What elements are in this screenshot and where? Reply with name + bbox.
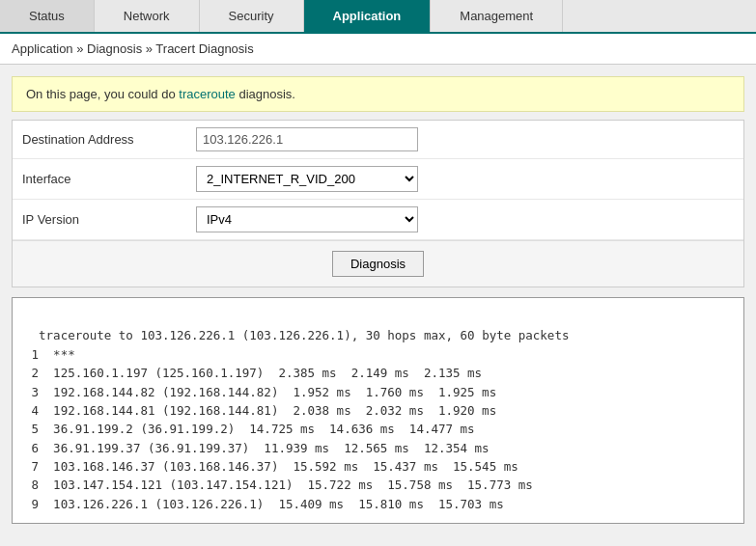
output-text: traceroute to 103.126.226.1 (103.126.226… xyxy=(24,328,569,510)
tab-security[interactable]: Security xyxy=(200,0,304,32)
diagnosis-button[interactable]: Diagnosis xyxy=(332,251,424,277)
output-box: traceroute to 103.126.226.1 (103.126.226… xyxy=(12,297,744,524)
ip-version-label: IP Version xyxy=(22,212,196,227)
top-nav: Status Network Security Application Mana… xyxy=(0,0,756,34)
tab-application[interactable]: Application xyxy=(304,0,432,32)
breadcrumb: Application » Diagnosis » Tracert Diagno… xyxy=(0,34,756,65)
form-area: Destination Address Interface 2_INTERNET… xyxy=(12,120,744,287)
tab-management[interactable]: Management xyxy=(431,0,563,32)
interface-label: Interface xyxy=(22,172,196,186)
traceroute-link[interactable]: traceroute xyxy=(179,87,236,101)
tab-status[interactable]: Status xyxy=(0,0,95,32)
info-text: On this page, you could do traceroute di… xyxy=(26,87,295,101)
breadcrumb-text: Application » Diagnosis » Tracert Diagno… xyxy=(12,41,254,56)
interface-select[interactable]: 2_INTERNET_R_VID_200 xyxy=(196,166,418,192)
interface-row: Interface 2_INTERNET_R_VID_200 xyxy=(13,159,743,200)
destination-row: Destination Address xyxy=(13,121,743,159)
ip-version-select[interactable]: IPv4IPv6 xyxy=(196,206,418,232)
tab-network[interactable]: Network xyxy=(95,0,200,32)
destination-input[interactable] xyxy=(196,127,418,151)
ip-version-row: IP Version IPv4IPv6 xyxy=(13,200,743,240)
info-box: On this page, you could do traceroute di… xyxy=(12,76,744,112)
destination-label: Destination Address xyxy=(22,132,196,147)
button-row: Diagnosis xyxy=(13,240,743,287)
